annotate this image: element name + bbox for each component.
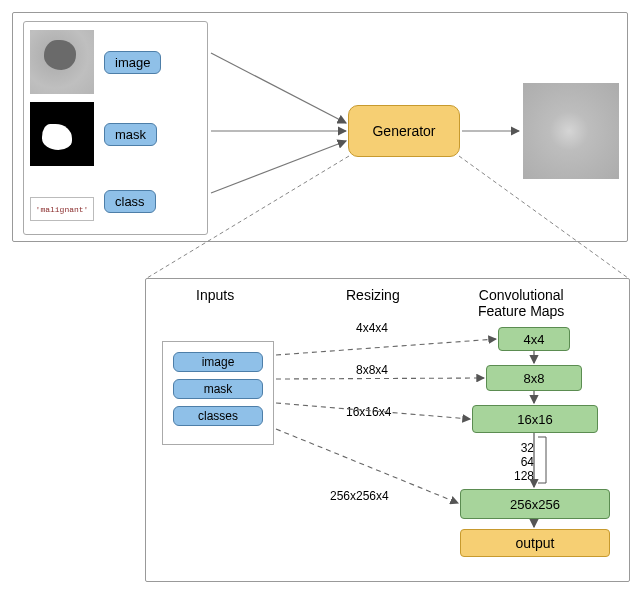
bottom-panel: Inputs Resizing Convolutional Feature Ma… <box>145 278 630 582</box>
input-row-class: 'malignant' class <box>30 174 203 228</box>
input-row-image: image <box>30 30 203 94</box>
input-mask-thumb <box>30 102 94 166</box>
mini-pill-image: image <box>173 352 263 372</box>
fmap-4-label: 4x4 <box>524 332 545 347</box>
generator-label: Generator <box>372 123 435 139</box>
inputs-box: image mask 'malignant' class <box>23 21 208 235</box>
pill-image: image <box>104 51 161 74</box>
dim-16: 16x16x4 <box>346 405 391 419</box>
input-class-textbox: 'malignant' <box>30 197 94 221</box>
svg-line-7 <box>276 378 484 379</box>
fmap-256: 256x256 <box>460 489 610 519</box>
lesion-blob <box>44 40 76 70</box>
fmap-256-label: 256x256 <box>510 497 560 512</box>
pill-mask: mask <box>104 123 157 146</box>
hdr-resizing: Resizing <box>346 287 400 303</box>
fmap-8: 8x8 <box>486 365 582 391</box>
dim-8: 8x8x4 <box>356 363 388 377</box>
hidden-32: 32 <box>504 441 534 455</box>
mini-pill-classes: classes <box>173 406 263 426</box>
mini-pill-mask: mask <box>173 379 263 399</box>
hdr-inputs: Inputs <box>196 287 234 303</box>
fmap-16: 16x16 <box>472 405 598 433</box>
svg-line-6 <box>276 339 496 355</box>
fmap-4: 4x4 <box>498 327 570 351</box>
mask-blob <box>42 124 72 150</box>
output-box: output <box>460 529 610 557</box>
dim-256: 256x256x4 <box>330 489 389 503</box>
top-panel: image mask 'malignant' class Generator <box>12 12 628 242</box>
hdr-convmaps: Convolutional Feature Maps <box>478 287 564 319</box>
generator-box: Generator <box>348 105 460 157</box>
svg-line-0 <box>211 53 346 123</box>
fmap-16-label: 16x16 <box>517 412 552 427</box>
hidden-64: 64 <box>504 455 534 469</box>
output-image-thumb <box>523 83 619 179</box>
mini-inputs-box: image mask classes <box>162 341 274 445</box>
input-row-mask: mask <box>30 102 203 166</box>
hidden-128: 128 <box>498 469 534 483</box>
input-image-thumb <box>30 30 94 94</box>
pill-class: class <box>104 190 156 213</box>
fmap-8-label: 8x8 <box>524 371 545 386</box>
svg-line-2 <box>211 141 346 193</box>
dim-4: 4x4x4 <box>356 321 388 335</box>
output-label: output <box>516 535 555 551</box>
